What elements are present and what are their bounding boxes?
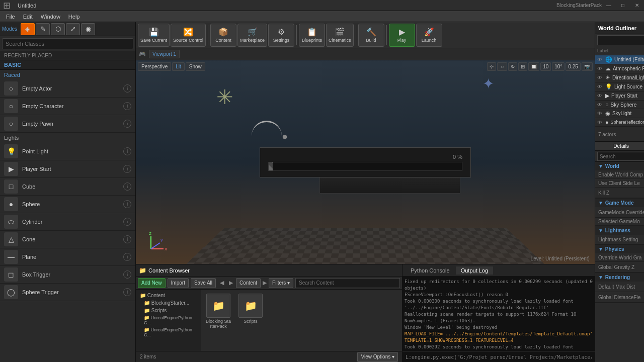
vp-perspective-btn[interactable]: Perspective (138, 62, 171, 71)
file-item[interactable]: 📁 Blocking StarterPack (203, 292, 233, 331)
nav-more[interactable]: ▶ (263, 280, 267, 286)
wo-item[interactable]: 👁 💡 Light Source (595, 82, 644, 92)
wo-item[interactable]: 👁 🌐 Untitled (Editor) World (595, 55, 644, 64)
menu-window[interactable]: Window (37, 13, 64, 21)
vp-rotate-btn[interactable]: ↻ (508, 62, 517, 71)
item-info-btn[interactable]: i (123, 183, 131, 191)
content-button[interactable]: 📦 Content (210, 24, 236, 47)
save-current-button[interactable]: 💾 Save Current (138, 24, 170, 47)
tree-item-content[interactable]: 📁 Content (138, 292, 199, 299)
marketplace-button[interactable]: 🛒 Marketplace (237, 24, 267, 47)
list-item[interactable]: ◯ Sphere Trigger i (0, 284, 135, 301)
log-content[interactable]: Fixed up redirectors for 0 collections i… (403, 277, 595, 351)
vp-rot-grid[interactable]: 10° (552, 62, 565, 71)
list-item[interactable]: ⬭ Cylinder i (0, 213, 135, 231)
vp-move-btn[interactable]: ↔ (497, 62, 507, 71)
list-item[interactable]: □ Cube i (0, 178, 135, 196)
list-item[interactable]: ○ Empty Character i (0, 98, 135, 115)
vp-show-btn[interactable]: Show (186, 62, 205, 71)
view-options-button[interactable]: View Options ▾ (357, 352, 398, 362)
source-control-button[interactable]: 🔀 Source Control (171, 24, 206, 47)
list-item[interactable]: 💡 Point Light i (0, 143, 135, 160)
close-button[interactable]: ✕ (630, 0, 644, 11)
viewport[interactable]: 🎮 Viewport 1 Perspective Lit Show ⊹ ↔ ↻ (136, 48, 595, 264)
list-item[interactable]: ▶ Player Start i (0, 160, 135, 178)
output-log-tab[interactable]: Output Log (456, 266, 493, 275)
settings-button[interactable]: ⚙ Settings (268, 24, 294, 47)
blueprints-button[interactable]: 📋 Blueprints (299, 24, 325, 47)
import-button[interactable]: Import (168, 278, 189, 288)
list-item[interactable]: ◻ Box Trigger i (0, 266, 135, 284)
game-mode-title[interactable]: ▼ Game Mode (595, 199, 644, 207)
log-command-input[interactable] (403, 351, 595, 362)
file-item[interactable]: 📁 Scripts (235, 292, 266, 331)
list-item[interactable]: ○ Empty Pawn i (0, 115, 135, 133)
item-info-btn[interactable]: i (123, 102, 131, 110)
build-button[interactable]: 🔨 Build (358, 24, 384, 47)
vp-grid-size[interactable]: 10 (540, 62, 551, 71)
cinematics-button[interactable]: 🎬 Cinematics (326, 24, 354, 47)
item-info-btn[interactable]: i (123, 218, 131, 226)
launch-button[interactable]: 🚀 Launch (416, 24, 442, 47)
list-item[interactable]: ● Sphere i (0, 196, 135, 213)
lightmass-title[interactable]: ▼ Lightmass (595, 226, 644, 235)
tree-item-scripts[interactable]: 📁 Scripts (138, 307, 199, 314)
item-info-btn[interactable]: i (123, 253, 131, 261)
play-button[interactable]: ▶ Play (389, 24, 415, 47)
mode-btn-landscape[interactable]: ⬡ (51, 23, 65, 35)
mode-btn-geometry[interactable]: ◉ (81, 23, 95, 35)
item-info-btn[interactable]: i (123, 147, 131, 155)
basic-header[interactable]: Basic (0, 60, 135, 70)
menu-file[interactable]: File (2, 13, 19, 21)
mode-btn-foliage[interactable]: ⤢ (66, 23, 80, 35)
wo-item[interactable]: 👁 ● SphereReflection... SphereReflectio.… (595, 118, 644, 127)
recently-placed-header[interactable]: Recently Placed (0, 51, 135, 60)
item-info-btn[interactable]: i (123, 235, 131, 243)
maximize-button[interactable]: □ (616, 0, 630, 11)
filters-button[interactable]: Filters ▾ (269, 278, 293, 288)
menu-help[interactable]: Help (64, 13, 84, 21)
wo-item[interactable]: 👁 ◉ SkyLight SkyLight (595, 109, 644, 118)
list-item[interactable]: ○ Empty Actor i (0, 80, 135, 98)
item-info-btn[interactable]: i (123, 120, 131, 128)
content-nav-button[interactable]: Content (236, 278, 261, 288)
list-item[interactable]: — Plane i (0, 248, 135, 266)
details-search-input[interactable] (597, 152, 644, 161)
category-raced[interactable]: Raced (0, 70, 135, 80)
vp-cam-speed[interactable]: 📷 (582, 62, 593, 71)
minimize-button[interactable]: — (602, 0, 616, 11)
search-classes-input[interactable] (2, 38, 133, 49)
python-console-tab[interactable]: Python Console (406, 266, 455, 275)
physics-title[interactable]: ▼ Physics (595, 245, 644, 253)
wo-search-input[interactable] (597, 35, 644, 45)
vp-scale-btn[interactable]: ⊞ (518, 62, 527, 71)
item-info-btn[interactable]: i (123, 200, 131, 208)
list-item[interactable]: △ Cone i (0, 231, 135, 248)
item-info-btn[interactable]: i (123, 84, 131, 93)
wo-item[interactable]: 👁 ▶ Player Start (595, 92, 644, 101)
add-new-button[interactable]: Add New (138, 278, 166, 288)
details-tab[interactable]: Details (595, 142, 644, 150)
item-info-btn[interactable]: i (123, 270, 131, 279)
nav-forward[interactable]: ▶ (228, 280, 234, 286)
wo-item[interactable]: 👁 ☁ Atmospheric Fog AtmosphericFo... (595, 64, 644, 73)
item-info-btn[interactable]: i (123, 165, 131, 173)
mode-btn-paint[interactable]: ✎ (36, 23, 50, 35)
menu-edit[interactable]: Edit (19, 13, 37, 21)
item-info-btn[interactable]: i (123, 288, 131, 296)
vp-select-btn[interactable]: ⊹ (487, 62, 496, 71)
vp-lit-btn[interactable]: Lit (172, 62, 185, 71)
mode-btn-place[interactable]: ◈ (21, 23, 35, 35)
nav-back[interactable]: ◀ (218, 280, 226, 286)
wo-item[interactable]: 👁 ☀ DirectionalLight DirectionalLigh... (595, 73, 644, 82)
vp-snap-btn[interactable]: 🔲 (528, 62, 539, 71)
viewport-tab[interactable]: Viewport 1 (149, 50, 180, 58)
tree-item-ue-py-2[interactable]: 📁 UnrealEnginePython C... (138, 326, 199, 338)
world-section-title[interactable]: ▼ World (595, 162, 644, 170)
save-all-button[interactable]: Save All (191, 278, 216, 288)
cb-search-input[interactable] (295, 278, 400, 288)
vp-scale-grid[interactable]: 0.25 (566, 62, 580, 71)
tree-item-ue-py-1[interactable]: 📁 UnrealEnginePython C... (138, 314, 199, 326)
rendering-title[interactable]: ▼ Rendering (595, 273, 644, 282)
wo-item[interactable]: 👁 ○ Sky Sphere Edit BP_Sky_S... (595, 101, 644, 109)
